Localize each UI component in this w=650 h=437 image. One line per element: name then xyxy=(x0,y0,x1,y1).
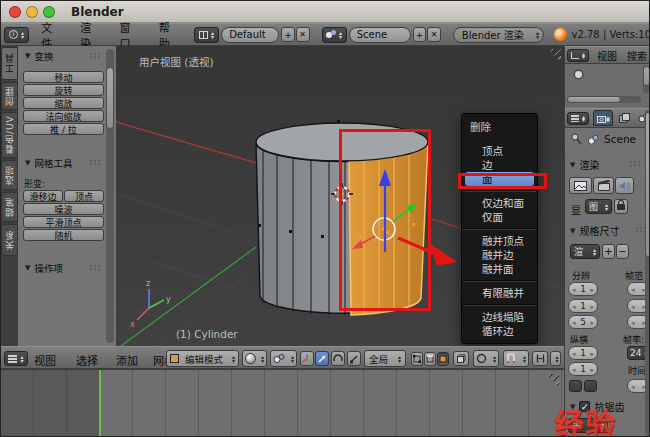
menu-item-limited-dissolve[interactable]: 有限融并 xyxy=(462,286,537,300)
menu-item-only-faces[interactable]: 仅面 xyxy=(462,210,537,224)
menu-item-dissolve-faces[interactable]: 融并面 xyxy=(462,262,537,276)
outliner-tree[interactable] xyxy=(565,64,650,108)
minimize-window-button[interactable] xyxy=(26,6,38,18)
menu-item-edges[interactable]: 边 xyxy=(462,158,537,172)
crop-toggle-button[interactable] xyxy=(584,380,597,392)
scrollbar-thumb[interactable] xyxy=(567,96,621,103)
timeline[interactable] xyxy=(1,369,564,437)
proportional-edit-dropdown[interactable] xyxy=(473,350,499,367)
menu-add[interactable]: 添加 xyxy=(116,352,138,368)
render-audio-button[interactable] xyxy=(615,177,634,194)
panel-drag-dots[interactable] xyxy=(89,52,102,59)
manipulator-toggle-button[interactable] xyxy=(300,351,314,366)
shelf-tab-shading-uv[interactable]: 着色/UV xyxy=(1,112,18,158)
menu-item-edge-collapse[interactable]: 边线塌陷 xyxy=(462,310,537,324)
menu-item-dissolve-edges[interactable]: 融并边 xyxy=(462,248,537,262)
remove-preset-button[interactable]: − xyxy=(616,244,629,259)
shrink-fatten-button[interactable]: 法向缩放 xyxy=(23,110,104,122)
render-engine-dropdown[interactable]: Blender 渲染 xyxy=(453,27,544,43)
translate-button[interactable]: 移动 xyxy=(23,71,104,83)
viewport-shading-dropdown[interactable] xyxy=(242,350,267,367)
close-window-button[interactable] xyxy=(9,6,21,18)
outliner-menu-view[interactable]: 视图 xyxy=(597,48,617,63)
aspect-x-field[interactable]: 1 xyxy=(568,346,598,360)
snap-dropdown[interactable] xyxy=(503,350,529,367)
menu-item-only-edges-faces[interactable]: 仅边和面 xyxy=(462,196,537,210)
tool-shelf-scrollbar[interactable] xyxy=(106,49,114,343)
panel-drag-dots[interactable] xyxy=(89,159,102,166)
orientation-dropdown[interactable]: 全局 xyxy=(364,350,406,367)
panel-header-mesh-tools[interactable]: ▼ 网格工具 xyxy=(25,156,72,170)
aspect-y-field[interactable]: 1 xyxy=(568,362,598,376)
rotate-manipulator-button[interactable] xyxy=(331,351,345,366)
shelf-tab-create[interactable]: 创建 xyxy=(1,82,18,110)
add-scene-button[interactable]: + xyxy=(413,27,427,42)
outliner-menu-search[interactable]: 搜索 xyxy=(627,48,647,63)
vertex-slide-button[interactable]: 顶点 xyxy=(64,190,104,202)
shelf-tab-tools[interactable]: 工具 xyxy=(1,47,18,80)
maximize-window-button[interactable] xyxy=(43,6,55,18)
menu-item-edge-loops[interactable]: 循环边 xyxy=(462,324,537,338)
screen-layout-button[interactable] xyxy=(194,27,219,43)
smooth-vertex-button[interactable]: 平滑顶点 xyxy=(23,216,104,228)
scrollbar-thumb[interactable] xyxy=(106,67,114,129)
border-toggle-button[interactable] xyxy=(569,380,582,392)
pin-icon[interactable] xyxy=(571,133,582,145)
panel-header-transform[interactable]: ▼ 变换 xyxy=(25,49,53,63)
shelf-tab-relations[interactable]: 关系 xyxy=(1,224,18,256)
display-mode-dropdown[interactable]: 图 xyxy=(585,199,612,214)
vertex-select-button[interactable] xyxy=(411,352,423,366)
current-frame-marker[interactable] xyxy=(99,370,101,437)
render-preset-dropdown[interactable]: 渲 xyxy=(570,244,600,259)
outliner-item-icon[interactable] xyxy=(575,71,582,78)
editor-type-button-outliner[interactable] xyxy=(567,49,589,62)
panel-drag-dots[interactable] xyxy=(89,264,102,271)
panel-header-operator[interactable]: ▼ 操作项 xyxy=(25,261,63,275)
viewport-3d[interactable]: z y x 用户视图 (透视) (1) Cylinder 删除 顶点 边 面 仅… xyxy=(116,46,564,346)
tab-render[interactable] xyxy=(593,110,613,126)
layout-name-field[interactable]: Default xyxy=(221,27,279,43)
panel-drag-dots[interactable] xyxy=(629,160,642,167)
outliner-v-scrollbar[interactable] xyxy=(643,66,650,93)
translate-manipulator-button[interactable] xyxy=(315,351,329,366)
randomize-button[interactable]: 随机 xyxy=(23,229,104,241)
shelf-tab-grease-pencil[interactable]: 蜡笔 xyxy=(1,192,18,222)
delete-scene-button[interactable]: ✕ xyxy=(427,27,441,42)
scene-selector-button[interactable] xyxy=(322,27,347,43)
delete-layout-button[interactable]: ✕ xyxy=(296,27,310,42)
mode-dropdown[interactable]: 编辑模式 xyxy=(166,350,239,367)
render-animation-button[interactable] xyxy=(593,177,614,194)
editor-type-button-info[interactable]: i xyxy=(4,27,29,43)
tab-render-layers[interactable] xyxy=(615,110,633,126)
properties-scrollbar[interactable] xyxy=(645,110,650,436)
scale-button[interactable]: 缩放 xyxy=(23,97,104,109)
header-overflow-stepper[interactable] xyxy=(550,351,561,366)
face-select-button[interactable] xyxy=(437,352,449,366)
shelf-tab-options[interactable]: 选项 xyxy=(1,160,18,190)
scrollbar-thumb[interactable] xyxy=(643,66,650,86)
resolution-y-field[interactable]: 1 xyxy=(568,299,598,313)
menu-select[interactable]: 选择 xyxy=(76,352,98,368)
snap-target-button[interactable] xyxy=(532,351,548,366)
breadcrumb-label[interactable]: Scene xyxy=(604,133,636,145)
rotate-button[interactable]: 旋转 xyxy=(23,84,104,96)
pivot-point-dropdown[interactable] xyxy=(270,350,297,367)
lock-interface-button[interactable] xyxy=(614,199,628,214)
add-preset-button[interactable]: + xyxy=(602,244,615,259)
scale-manipulator-button[interactable] xyxy=(347,351,361,366)
resolution-percentage-field[interactable]: 5 xyxy=(568,315,598,329)
resolution-x-field[interactable]: 1 xyxy=(568,282,598,296)
outliner-h-scrollbar[interactable] xyxy=(567,96,641,103)
push-pull-button[interactable]: 推 / 拉 xyxy=(23,123,104,135)
panel-header-dimensions[interactable]: ▼ 规格尺寸 xyxy=(570,223,619,238)
scrollbar-thumb[interactable] xyxy=(645,112,650,257)
menu-item-dissolve-vertices[interactable]: 融并顶点 xyxy=(462,234,537,248)
edge-select-button[interactable] xyxy=(424,352,436,366)
scene-name-field[interactable]: Scene xyxy=(349,27,411,43)
editor-type-button-view3d[interactable] xyxy=(4,351,28,366)
noise-button[interactable]: 噪波 xyxy=(23,203,104,215)
render-still-button[interactable] xyxy=(569,177,592,194)
menu-view[interactable]: 视图 xyxy=(34,352,56,368)
add-layout-button[interactable]: + xyxy=(281,27,295,42)
editor-type-button-properties[interactable] xyxy=(567,112,589,125)
